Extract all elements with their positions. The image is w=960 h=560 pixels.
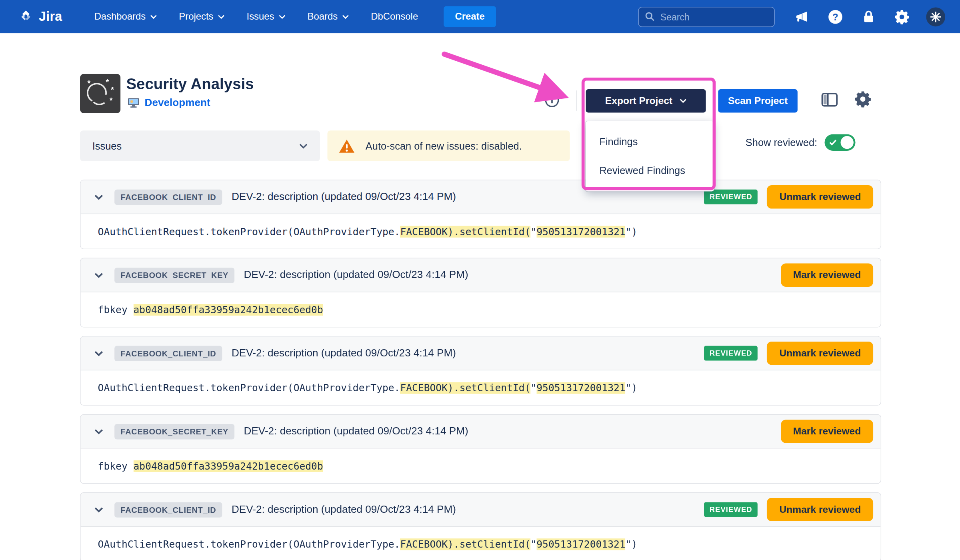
reviewed-status-badge: REVIEWED <box>704 190 758 204</box>
check-icon <box>829 139 837 146</box>
finding-card: FACEBOOK_CLIENT_ID DEV-2: description (u… <box>80 336 881 406</box>
finding-header[interactable]: FACEBOOK_CLIENT_ID DEV-2: description (u… <box>81 180 881 214</box>
show-reviewed-control: Show reviewed: <box>746 134 856 151</box>
finding-title: DEV-2: description (updated 09/Oct/23 4:… <box>232 503 456 516</box>
project-link[interactable]: Development <box>145 97 210 109</box>
export-project-button[interactable]: Export Project <box>586 89 706 112</box>
help-icon[interactable]: ? <box>826 8 844 25</box>
info-icon[interactable] <box>544 92 560 108</box>
chevron-down-icon <box>679 98 686 103</box>
issues-filter-value: Issues <box>92 140 122 152</box>
chevron-down-icon <box>150 14 157 19</box>
review-action-button[interactable]: Mark reviewed <box>781 420 873 443</box>
finding-body: OAuthClientRequest.tokenProvider(OAuthPr… <box>81 370 881 405</box>
finding-title: DEV-2: description (updated 09/Oct/23 4:… <box>244 269 468 281</box>
nav-boards[interactable]: Boards <box>308 11 349 22</box>
review-action-button[interactable]: Unmark reviewed <box>767 185 873 208</box>
jira-logo-icon <box>18 9 33 24</box>
svg-text:*: * <box>106 78 109 86</box>
svg-text:?: ? <box>832 12 838 22</box>
announcement-icon[interactable] <box>793 8 810 25</box>
toggle-knob <box>841 136 854 149</box>
finding-header[interactable]: FACEBOOK_CLIENT_ID DEV-2: description (u… <box>81 337 881 371</box>
findings-list: FACEBOOK_CLIENT_ID DEV-2: description (u… <box>80 180 881 560</box>
autoscan-warning-banner: Auto-scan of new issues: disabled. <box>327 130 570 161</box>
finding-card: FACEBOOK_CLIENT_ID DEV-2: description (u… <box>80 492 881 560</box>
reviewed-status-badge: REVIEWED <box>704 346 758 361</box>
global-search[interactable] <box>638 6 775 27</box>
top-navbar: Jira Dashboards Projects Issues Boards D… <box>0 0 960 33</box>
finding-code: fbkey ab048ad50ffa33959a242b1ecec6ed0b <box>98 304 323 315</box>
finding-title: DEV-2: description (updated 09/Oct/23 4:… <box>244 425 468 438</box>
finding-code: OAuthClientRequest.tokenProvider(OAuthPr… <box>98 226 638 237</box>
nav-dashboards[interactable]: Dashboards <box>94 11 157 22</box>
chevron-down-icon <box>342 14 349 19</box>
chevron-down-icon <box>278 14 285 19</box>
nav-dbconsole-label: DbConsole <box>371 11 418 22</box>
annotation-arrow <box>431 48 588 110</box>
scan-project-button[interactable]: Scan Project <box>718 89 797 112</box>
export-project-label: Export Project <box>605 95 672 106</box>
finding-type-badge: FACEBOOK_SECRET_KEY <box>114 267 234 282</box>
finding-title: DEV-2: description (updated 09/Oct/23 4:… <box>232 191 456 203</box>
finding-body: fbkey ab048ad50ffa33959a242b1ecec6ed0b <box>81 449 881 483</box>
finding-code: fbkey ab048ad50ffa33959a242b1ecec6ed0b <box>98 460 323 472</box>
screen: Jira Dashboards Projects Issues Boards D… <box>0 0 960 560</box>
nav-issues[interactable]: Issues <box>247 11 286 22</box>
finding-card: FACEBOOK_CLIENT_ID DEV-2: description (u… <box>80 180 881 249</box>
project-breadcrumb: Development <box>127 97 210 109</box>
finding-card: FACEBOOK_SECRET_KEY DEV-2: description (… <box>80 414 881 484</box>
finding-type-badge: FACEBOOK_CLIENT_ID <box>114 189 222 204</box>
nav-issues-label: Issues <box>247 11 274 22</box>
finding-type-badge: FACEBOOK_CLIENT_ID <box>114 502 222 517</box>
issues-filter-select[interactable]: Issues <box>80 130 320 161</box>
finding-type-badge: FACEBOOK_SECRET_KEY <box>114 424 234 439</box>
search-input[interactable] <box>660 11 759 22</box>
nav-boards-label: Boards <box>308 11 338 22</box>
export-dropdown-menu: Findings Reviewed Findings <box>586 121 714 191</box>
finding-header[interactable]: FACEBOOK_CLIENT_ID DEV-2: description (u… <box>81 493 881 527</box>
nav-projects-label: Projects <box>179 11 213 22</box>
collapse-chevron-icon[interactable] <box>92 503 105 516</box>
review-action-button[interactable]: Mark reviewed <box>781 263 873 286</box>
menu-item-reviewed-findings[interactable]: Reviewed Findings <box>586 156 714 185</box>
gear-icon[interactable] <box>893 8 910 25</box>
nav-projects[interactable]: Projects <box>179 11 224 22</box>
svg-text:*: * <box>87 79 90 88</box>
review-action-button[interactable]: Unmark reviewed <box>767 342 873 365</box>
finding-card: FACEBOOK_SECRET_KEY DEV-2: description (… <box>80 258 881 328</box>
chevron-down-icon <box>218 14 224 19</box>
lock-icon[interactable] <box>860 8 877 25</box>
collapse-chevron-icon[interactable] <box>92 425 105 438</box>
side-panel-icon[interactable] <box>819 90 840 111</box>
nav-dbconsole[interactable]: DbConsole <box>371 11 418 22</box>
show-reviewed-toggle[interactable] <box>825 134 856 151</box>
finding-header[interactable]: FACEBOOK_SECRET_KEY DEV-2: description (… <box>81 258 881 292</box>
collapse-chevron-icon[interactable] <box>92 346 105 360</box>
finding-code: OAuthClientRequest.tokenProvider(OAuthPr… <box>98 382 638 394</box>
menu-item-findings[interactable]: Findings <box>586 127 714 156</box>
finding-body: OAuthClientRequest.tokenProvider(OAuthPr… <box>81 214 881 248</box>
jira-logo[interactable]: Jira <box>18 9 62 24</box>
warning-icon <box>338 138 355 153</box>
review-action-button[interactable]: Unmark reviewed <box>767 498 873 521</box>
finding-body: OAuthClientRequest.tokenProvider(OAuthPr… <box>81 527 881 560</box>
show-reviewed-label: Show reviewed: <box>746 137 817 148</box>
create-button[interactable]: Create <box>444 6 496 27</box>
settings-gear-icon[interactable] <box>852 90 873 110</box>
finding-code: OAuthClientRequest.tokenProvider(OAuthPr… <box>98 538 638 550</box>
collapse-chevron-icon[interactable] <box>92 190 105 204</box>
finding-type-badge: FACEBOOK_CLIENT_ID <box>114 346 222 361</box>
user-avatar[interactable] <box>926 7 945 26</box>
header-divider <box>576 90 577 111</box>
svg-text:*: * <box>111 85 114 94</box>
page-title: Security Analysis <box>126 75 254 93</box>
collapse-chevron-icon[interactable] <box>92 268 105 282</box>
logo-text: Jira <box>39 9 62 24</box>
project-type-icon <box>127 97 140 108</box>
finding-header[interactable]: FACEBOOK_SECRET_KEY DEV-2: description (… <box>81 415 881 449</box>
finding-title: DEV-2: description (updated 09/Oct/23 4:… <box>232 347 456 360</box>
finding-body: fbkey ab048ad50ffa33959a242b1ecec6ed0b <box>81 292 881 327</box>
warning-text: Auto-scan of new issues: disabled. <box>366 140 522 152</box>
chevron-down-icon <box>299 143 308 149</box>
